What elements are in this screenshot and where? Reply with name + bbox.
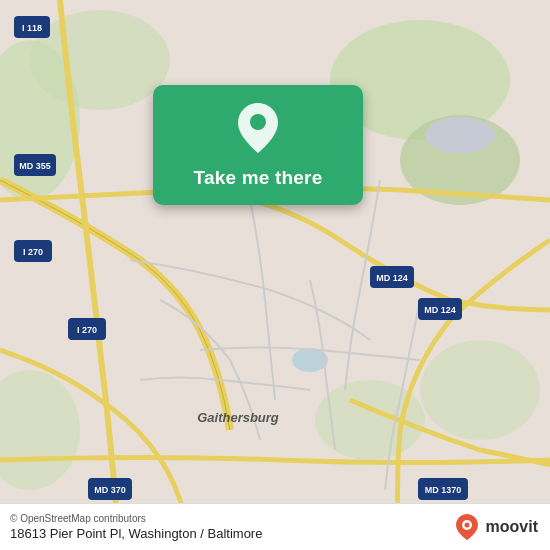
moovit-icon: [452, 512, 482, 542]
map-svg: I 118 MD 355 I 270 I 270 MD 124 MD 124 M…: [0, 0, 550, 550]
svg-text:MD 1370: MD 1370: [425, 485, 462, 495]
address-text: 18613 Pier Point Pl, Washington / Baltim…: [10, 526, 262, 541]
svg-point-27: [250, 114, 266, 130]
take-me-label: Take me there: [194, 167, 323, 189]
map-pin-icon: [238, 103, 278, 157]
svg-point-6: [420, 340, 540, 440]
svg-point-4: [30, 10, 170, 110]
osm-credit: © OpenStreetMap contributors: [10, 513, 262, 524]
map-container: I 118 MD 355 I 270 I 270 MD 124 MD 124 M…: [0, 0, 550, 550]
take-me-card[interactable]: Take me there: [153, 85, 363, 205]
bottom-bar: © OpenStreetMap contributors 18613 Pier …: [0, 503, 550, 550]
moovit-logo: moovit: [452, 512, 538, 542]
svg-text:I 270: I 270: [77, 325, 97, 335]
svg-text:I 118: I 118: [22, 23, 42, 33]
moovit-text: moovit: [486, 518, 538, 536]
svg-text:MD 370: MD 370: [94, 485, 126, 495]
svg-text:MD 124: MD 124: [424, 305, 456, 315]
svg-point-29: [464, 523, 469, 528]
svg-point-8: [425, 117, 495, 153]
svg-text:MD 355: MD 355: [19, 161, 51, 171]
bottom-left-info: © OpenStreetMap contributors 18613 Pier …: [10, 513, 262, 541]
svg-text:Gaithersburg: Gaithersburg: [197, 410, 279, 425]
svg-text:I 270: I 270: [23, 247, 43, 257]
svg-text:MD 124: MD 124: [376, 273, 408, 283]
